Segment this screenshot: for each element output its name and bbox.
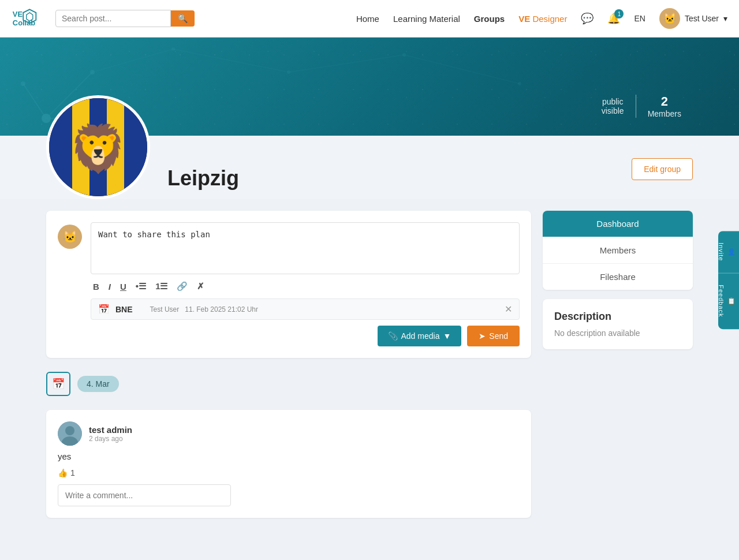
composer-textarea[interactable]: Want to share this plan [91,222,520,274]
send-icon: ➤ [479,331,486,341]
link-button[interactable]: 🔗 [174,280,190,293]
edit-group-button[interactable]: Edit group [632,158,693,180]
post-avatar [58,421,82,446]
attachment-name: BNE [115,305,133,314]
sidebar-nav-fileshare[interactable]: Fileshare [543,264,693,290]
logo[interactable]: VE Collab [12,5,38,32]
likes-count: 1 [70,468,75,477]
members-label: Members [648,109,681,118]
composer-right: Want to share this plan B I U •☰ 1☰ 🔗 ✗ … [91,222,520,346]
bold-button[interactable]: B [91,281,102,293]
sidebar-nav-dashboard[interactable]: Dashboard [543,211,693,237]
attachment-info: 📅 BNE Test User 11. Feb 2025 21:02 Uhr [98,304,258,315]
group-name: Leipzig [167,166,239,199]
composer-actions: 📎 Add media ▼ ➤ Send [91,326,520,346]
date-badge: 4. Mar [77,376,119,392]
language-button[interactable]: EN [634,14,645,23]
post-meta: test admin 2 days ago [89,425,132,443]
messages-button[interactable]: 💬 [581,12,594,25]
clear-format-button[interactable]: ✗ [195,280,207,293]
feedback-icon: 📋 [728,297,736,305]
main-content: 🐱 Want to share this plan B I U •☰ 1☰ 🔗 … [0,199,739,529]
visibility-stat: public visible [590,97,636,115]
composer-toolbar: B I U •☰ 1☰ 🔗 ✗ [91,280,520,293]
composer-avatar: 🐱 [58,225,82,249]
notification-badge: 1 [614,9,624,18]
members-count: 2 [648,94,681,109]
svg-line-13 [173,49,289,72]
search-input[interactable] [55,10,171,27]
float-buttons: 👤 Invite 📋 Feedback [718,231,739,329]
notifications-button[interactable]: 🔔 1 [607,12,620,25]
sidebar-description: Description No description available [543,299,693,349]
paperclip-icon: 📎 [388,331,398,341]
description-text: No description available [554,328,681,338]
description-title: Description [554,311,681,323]
svg-line-17 [404,55,520,84]
attachment-meta: Test User 11. Feb 2025 21:02 Uhr [150,305,258,313]
feedback-button[interactable]: 📋 Feedback [718,273,739,328]
search-container: 🔍 [55,10,195,27]
banner-stats: public visible 2 Members [590,94,693,118]
navbar: VE Collab 🔍 Home Learning Material Group… [0,0,739,38]
svg-line-5 [23,84,46,118]
nav-home[interactable]: Home [356,14,379,24]
sidebar-nav: Dashboard Members Fileshare [543,211,693,290]
post-header: test admin 2 days ago [58,421,520,446]
post-body: yes [58,451,520,461]
send-button[interactable]: ➤ Send [467,326,520,346]
search-button[interactable]: 🔍 [171,10,195,27]
group-avatar: 🦁 [46,95,150,199]
calendar-icon: 📅 [46,372,70,396]
group-avatar-image: 🦁 [49,98,147,196]
svg-point-8 [21,81,25,86]
right-column: Dashboard Members Fileshare Description … [543,211,693,518]
post-time: 2 days ago [89,435,132,443]
bullet-list-button[interactable]: •☰ [133,280,148,293]
svg-text:🦁: 🦁 [69,121,127,176]
italic-button[interactable]: I [106,281,113,293]
post-card: test admin 2 days ago yes 👍 1 [46,410,531,518]
svg-line-15 [289,55,404,72]
comment-input[interactable] [58,484,231,506]
attachment-remove-button[interactable]: ✕ [505,304,512,315]
user-avatar: 🐱 [659,8,680,29]
attachment-icon: 📅 [98,304,110,315]
members-stat: 2 Members [636,94,693,118]
underline-button[interactable]: U [118,281,129,293]
user-menu-button[interactable]: 🐱 Test User ▾ [659,8,727,29]
nav-links: Home Learning Material Groups VE Designe… [356,8,727,29]
numbered-list-button[interactable]: 1☰ [153,280,170,293]
user-dropdown-icon: ▾ [723,14,727,23]
invite-button[interactable]: 👤 Invite [718,231,739,273]
attachment-row: 📅 BNE Test User 11. Feb 2025 21:02 Uhr ✕ [91,298,520,320]
thumbs-up-icon[interactable]: 👍 [58,468,68,477]
nav-groups[interactable]: Groups [474,14,505,24]
group-header: 🦁 Leipzig Edit group [0,136,739,199]
post-likes: 👍 1 [58,468,520,477]
nav-learning-material[interactable]: Learning Material [393,14,460,24]
sidebar-nav-members[interactable]: Members [543,237,693,264]
nav-ve-designer[interactable]: VE Designer [518,14,567,24]
svg-point-24 [65,426,74,435]
post-author: test admin [89,425,132,435]
left-column: 🐱 Want to share this plan B I U •☰ 1☰ 🔗 … [46,211,531,518]
user-name: Test User [685,14,719,23]
svg-text:VE: VE [13,10,23,18]
svg-line-11 [92,49,173,72]
date-separator: 📅 4. Mar [46,372,531,396]
invite-icon: 👤 [728,248,736,256]
post-composer: 🐱 Want to share this plan B I U •☰ 1☰ 🔗 … [46,211,531,358]
dropdown-arrow-icon: ▼ [443,331,451,341]
add-media-button[interactable]: 📎 Add media ▼ [378,326,462,346]
svg-point-18 [518,82,521,85]
